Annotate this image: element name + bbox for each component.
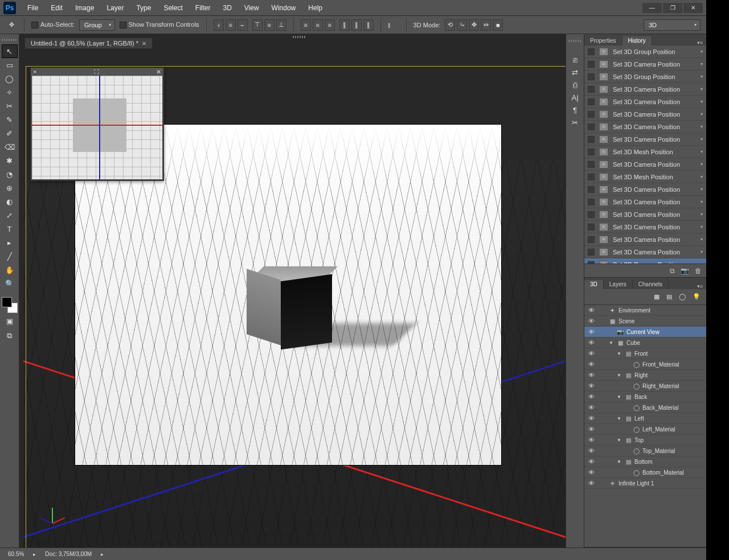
tool-button[interactable]: ⊕ (2, 181, 18, 195)
tool-button[interactable]: 🔍 (2, 277, 18, 290)
align-button[interactable]: ≡ (264, 19, 275, 31)
auto-select-checkbox[interactable]: Auto-Select: (31, 21, 75, 28)
align-button[interactable]: ≡ (226, 19, 236, 31)
scene-tree-item[interactable]: 👁▼▤Top (584, 435, 706, 446)
scene-tree-item[interactable]: 👁▦Scene (584, 316, 706, 327)
filter-meshes-icon[interactable]: ▤ (666, 293, 672, 300)
visibility-icon[interactable]: 👁 (587, 426, 596, 433)
viewport[interactable]: × ⛶ ✕ (23, 50, 566, 547)
visibility-icon[interactable]: 👁 (587, 447, 596, 454)
align-button[interactable]: ⊤ (252, 19, 263, 31)
history-item[interactable]: ≡Set 3D Camera Position▾ (584, 108, 706, 121)
history-state-toggle[interactable] (588, 261, 595, 264)
panel-icon[interactable]: ⎚ (569, 53, 581, 66)
distribute-button[interactable]: ≡ (301, 19, 311, 31)
history-state-toggle[interactable] (588, 123, 595, 130)
tab-3d[interactable]: 3D (584, 280, 604, 289)
close-window-button[interactable]: ✕ (683, 3, 703, 13)
history-state-toggle[interactable] (588, 111, 595, 118)
tab-properties[interactable]: Properties (584, 36, 622, 46)
menu-3d[interactable]: 3D (217, 2, 237, 14)
panel-icon[interactable]: ⇄ (569, 66, 581, 79)
history-state-toggle[interactable] (588, 161, 595, 168)
cube-mesh[interactable] (249, 266, 335, 352)
auto-select-dropdown[interactable]: Group (79, 19, 115, 31)
filter-scene-icon[interactable]: ▦ (654, 293, 660, 300)
menu-filter[interactable]: Filter (190, 2, 216, 14)
menu-select[interactable]: Select (158, 2, 188, 14)
tool-button[interactable]: T (2, 222, 18, 236)
visibility-icon[interactable]: 👁 (587, 382, 596, 389)
menu-edit[interactable]: Edit (45, 2, 68, 14)
history-item[interactable]: ≡Set 3D Camera Position▾ (584, 233, 706, 246)
tool-button[interactable]: ✂ (2, 99, 18, 113)
history-state-toggle[interactable] (588, 186, 595, 193)
tool-button[interactable]: ◯ (2, 72, 18, 85)
history-item[interactable]: ≡Set 3D Camera Position▾ (584, 133, 706, 146)
quickmask-button[interactable]: ▣ (2, 314, 18, 328)
show-transform-checkbox[interactable]: Show Transform Controls (120, 21, 199, 28)
menu-view[interactable]: View (239, 2, 265, 14)
snapshot-icon[interactable]: 📷 (681, 267, 689, 275)
tab-layers[interactable]: Layers (604, 280, 633, 289)
close-tab-icon[interactable]: ✕ (142, 40, 146, 47)
filter-materials-icon[interactable]: ◯ (679, 293, 686, 300)
menu-image[interactable]: Image (69, 2, 100, 14)
panel-grip[interactable] (2, 39, 18, 41)
delete-icon[interactable]: 🗑 (695, 267, 702, 275)
zoom-level[interactable]: 60.5% (8, 551, 24, 557)
visibility-icon[interactable]: 👁 (587, 328, 596, 335)
history-state-toggle[interactable] (588, 199, 595, 205)
history-state-toggle[interactable] (588, 249, 595, 256)
scene-tree-item[interactable]: 👁◯Right_Material (584, 381, 706, 392)
auto-align-button[interactable]: ⫿ (388, 22, 399, 28)
history-state-toggle[interactable] (588, 174, 595, 180)
panel-icon[interactable]: ¶ (569, 104, 581, 116)
history-item[interactable]: ≡Set 3D Group Position▾ (584, 46, 706, 58)
history-state-toggle[interactable] (588, 98, 595, 105)
visibility-icon[interactable]: 👁 (587, 480, 596, 487)
secondary-view[interactable]: × ⛶ ✕ (30, 67, 164, 181)
secondary-view-canvas[interactable] (32, 76, 162, 179)
axis-widget[interactable] (45, 503, 68, 526)
scene-tree-item[interactable]: 👁▼▤Back (584, 392, 706, 402)
scene-tree-item[interactable]: 👁▼▤Bottom (584, 456, 706, 467)
swap-icon[interactable]: ⛶ (94, 69, 99, 75)
visibility-icon[interactable]: 👁 (587, 458, 596, 465)
expand-icon[interactable]: ▼ (616, 394, 622, 400)
scene-tree-item[interactable]: 👁✦Environment (584, 305, 706, 316)
distribute-button[interactable]: ≡ (313, 19, 323, 31)
info-menu-icon[interactable]: ▸ (101, 551, 104, 557)
panel-grip[interactable] (293, 36, 306, 38)
new-doc-from-state-icon[interactable]: ⧉ (670, 267, 675, 275)
menu-window[interactable]: Window (266, 2, 302, 14)
pan-button[interactable]: ✥ (469, 19, 479, 31)
history-state-toggle[interactable] (588, 136, 595, 143)
history-item[interactable]: ≡Set 3D Camera Position▾ (584, 158, 706, 171)
visibility-icon[interactable]: 👁 (587, 415, 596, 422)
panel-grip[interactable] (568, 40, 582, 42)
scene-tree-item[interactable]: 👁▼▤Left (584, 413, 706, 424)
distribute-button[interactable]: ‖ (363, 19, 374, 31)
panel-icon[interactable]: A| (569, 91, 581, 104)
zoom-button[interactable]: ■ (493, 19, 503, 31)
distribute-button[interactable]: ‖ (351, 19, 362, 31)
scene-tree-item[interactable]: 👁◯Top_Material (584, 446, 706, 456)
panel-icon[interactable]: ⎙ (569, 79, 581, 91)
history-item[interactable]: ≡Set 3D Camera Position▾ (584, 208, 706, 221)
scene-tree-item[interactable]: 👁◯Bottom_Material (584, 467, 706, 478)
screenmode-button[interactable]: ⧉ (2, 329, 18, 343)
history-state-toggle[interactable] (588, 86, 595, 93)
menu-help[interactable]: Help (302, 2, 328, 14)
history-state-toggle[interactable] (588, 149, 595, 155)
document-info[interactable]: Doc: 3,75M/3,00M (45, 551, 92, 557)
history-item[interactable]: ≡Set 3D Mesh Position▾ (584, 171, 706, 183)
menu-type[interactable]: Type (130, 2, 157, 14)
expand-icon[interactable]: ▼ (616, 459, 622, 464)
history-state-toggle[interactable] (588, 73, 595, 80)
expand-icon[interactable]: ▼ (608, 340, 614, 345)
history-item[interactable]: ≡Set 3D Group Position▾ (584, 71, 706, 83)
tool-button[interactable]: ◔ (2, 167, 18, 181)
tool-button[interactable]: ▸ (2, 236, 18, 249)
tool-button[interactable]: ✱ (2, 154, 18, 167)
